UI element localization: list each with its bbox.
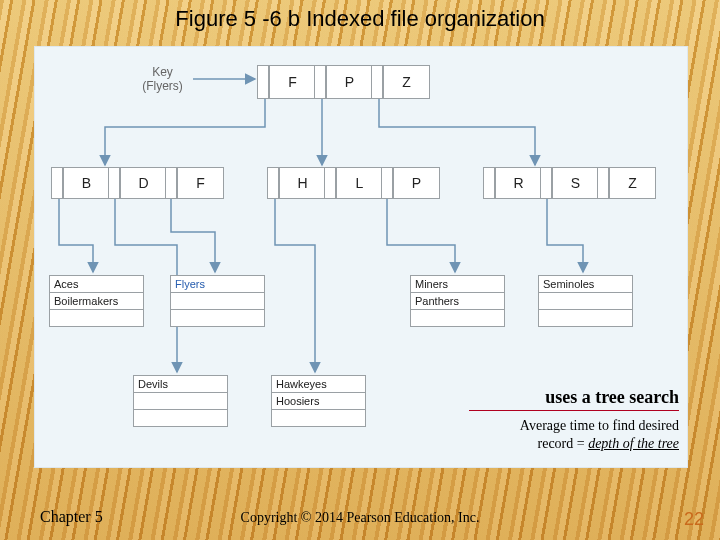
leaf-aces: Aces Boilermakers — [49, 275, 144, 327]
g0-cell-0: B — [63, 167, 110, 199]
root-cell-0: F — [269, 65, 316, 99]
g0-cell-1: D — [120, 167, 167, 199]
g2-cell-0: R — [495, 167, 542, 199]
leaf-cell — [272, 410, 366, 427]
leaf-cell: Panthers — [411, 293, 505, 310]
leaf-cell — [171, 310, 265, 327]
note-line-1: uses a tree search — [469, 387, 679, 411]
g0-ptr-1 — [108, 167, 120, 199]
leaf-cell: Flyers — [171, 276, 265, 293]
leaf-cell: Miners — [411, 276, 505, 293]
key-label-line2: (Flyers) — [142, 79, 183, 93]
leaf-cell: Devils — [134, 376, 228, 393]
root-cell-1: P — [326, 65, 373, 99]
leaf-cell — [539, 310, 633, 327]
g1-cell-0: H — [279, 167, 326, 199]
g1-cell-1: L — [336, 167, 383, 199]
leaf-cell — [134, 410, 228, 427]
key-label-line1: Key — [152, 65, 173, 79]
leaf-cell: Aces — [50, 276, 144, 293]
g1-ptr-0 — [267, 167, 279, 199]
note-depth: depth of the tree — [588, 436, 679, 451]
g1-ptr-1 — [324, 167, 336, 199]
g0-ptr-2 — [165, 167, 177, 199]
note-line-2: Average time to find desired record = de… — [469, 417, 679, 452]
leaf-cell — [50, 310, 144, 327]
g2-ptr-1 — [540, 167, 552, 199]
leaf-cell — [411, 310, 505, 327]
leaf-devils: Devils — [133, 375, 228, 427]
root-cell-2: Z — [383, 65, 430, 99]
leaf-cell: Boilermakers — [50, 293, 144, 310]
g0-cell-2: F — [177, 167, 224, 199]
leaf-cell: Hawkeyes — [272, 376, 366, 393]
leaf-flyers: Flyers — [170, 275, 265, 327]
key-label: Key (Flyers) — [135, 65, 190, 94]
page-title: Figure 5 -6 b Indexed file organization — [0, 6, 720, 32]
leaf-cell: Hoosiers — [272, 393, 366, 410]
g2-cell-2: Z — [609, 167, 656, 199]
g2-ptr-2 — [597, 167, 609, 199]
g1-ptr-2 — [381, 167, 393, 199]
g2-ptr-0 — [483, 167, 495, 199]
root-ptr-1 — [314, 65, 326, 99]
g0-ptr-0 — [51, 167, 63, 199]
footer-right: 22 — [684, 509, 704, 530]
g1-cell-2: P — [393, 167, 440, 199]
leaf-cell — [171, 293, 265, 310]
root-ptr-2 — [371, 65, 383, 99]
leaf-hawkeyes: Hawkeyes Hoosiers — [271, 375, 366, 427]
leaf-cell — [134, 393, 228, 410]
diagram: Key (Flyers) F P Z B D F H L P R S Z Ace… — [34, 46, 688, 468]
note-line-2b: record = — [538, 436, 589, 451]
g2-cell-1: S — [552, 167, 599, 199]
footer-center: Copyright © 2014 Pearson Education, Inc. — [0, 510, 720, 526]
root-ptr-0 — [257, 65, 269, 99]
leaf-cell: Seminoles — [539, 276, 633, 293]
note-box: uses a tree search Average time to find … — [469, 387, 679, 452]
leaf-cell — [539, 293, 633, 310]
leaf-seminoles: Seminoles — [538, 275, 633, 327]
leaf-miners: Miners Panthers — [410, 275, 505, 327]
note-line-2a: Average time to find desired — [520, 418, 679, 433]
